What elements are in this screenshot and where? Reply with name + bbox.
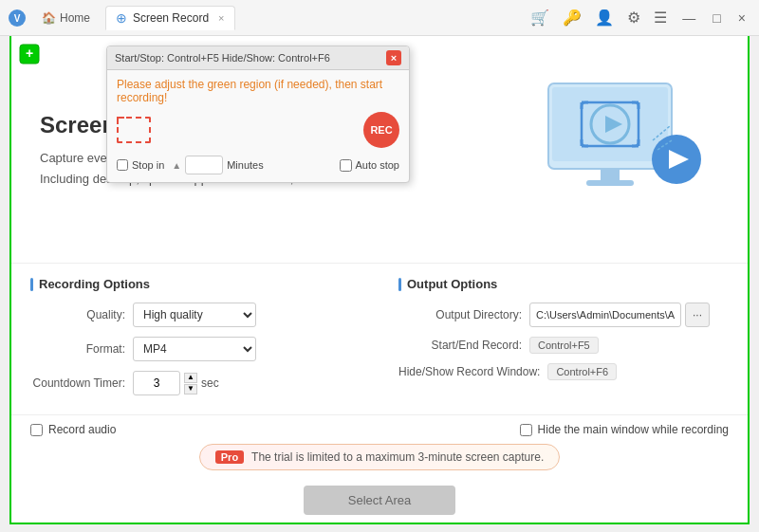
countdown-down-button[interactable]: ▼ xyxy=(184,384,197,394)
output-dir-group: ··· xyxy=(529,303,710,327)
screen-record-tab-icon: ⊕ xyxy=(116,10,127,26)
home-icon: 🏠 xyxy=(42,11,56,25)
cart-icon[interactable]: 🛒 xyxy=(527,7,553,28)
countdown-up-button[interactable]: ▲ xyxy=(184,373,197,383)
popup-title: Start/Stop: Control+F5 Hide/Show: Contro… xyxy=(115,52,330,64)
popup-hint: Please adjust the green region (if neede… xyxy=(117,78,399,104)
region-selector: REC xyxy=(117,112,399,148)
title-bar: V 🏠 Home ⊕ Screen Record × 🛒 🔑 👤 ⚙ ☰ — □… xyxy=(0,0,759,36)
quality-select[interactable]: High quality Medium quality Low quality xyxy=(133,303,256,327)
start-end-label: Start/End Record: xyxy=(398,339,522,352)
stop-in-input[interactable] xyxy=(117,159,128,171)
output-dir-row: Output Directory: ··· xyxy=(398,303,729,327)
main-content: + Start/Stop: Control+F5 Hide/Show: Cont… xyxy=(9,36,750,524)
svg-text:V: V xyxy=(14,13,21,24)
select-area-button[interactable]: Select Area xyxy=(304,486,455,515)
title-bar-left: V 🏠 Home ⊕ Screen Record × xyxy=(8,6,527,30)
add-region-icon[interactable]: + xyxy=(19,44,40,64)
options-section: Recording Options Quality: High quality … xyxy=(11,263,748,414)
auto-stop-input[interactable] xyxy=(340,159,352,172)
heading-bar xyxy=(30,278,33,291)
popup-close-button[interactable]: × xyxy=(386,50,401,65)
hide-show-label: Hide/Show Record Window: xyxy=(398,365,540,378)
active-tab-label: Screen Record xyxy=(133,11,209,25)
start-end-shortcut: Control+F5 xyxy=(529,337,599,354)
pro-banner: Pro The trial is limited to a maximum 3-… xyxy=(199,444,560,470)
pro-message: The trial is limited to a maximum 3-minu… xyxy=(251,450,544,464)
minutes-input[interactable] xyxy=(185,156,223,174)
hide-main-label: Hide the main window while recording xyxy=(538,423,729,436)
format-label: Format: xyxy=(30,342,125,356)
recording-options-col: Recording Options Quality: High quality … xyxy=(30,277,361,405)
record-audio-input[interactable] xyxy=(30,424,43,436)
close-button[interactable]: × xyxy=(732,9,751,28)
svg-rect-9 xyxy=(586,180,634,186)
hero-illustration xyxy=(529,74,719,226)
output-dir-input[interactable] xyxy=(529,303,681,327)
countdown-spinners: ▲ ▼ xyxy=(184,373,197,394)
popup-body: Please adjust the green region (if neede… xyxy=(107,70,409,182)
quality-label: Quality: xyxy=(30,308,125,321)
output-options-col: Output Options Output Directory: ··· Sta… xyxy=(398,277,729,405)
format-row: Format: MP4 AVI MOV xyxy=(30,337,361,361)
home-tab[interactable]: 🏠 Home xyxy=(32,8,100,28)
svg-text:+: + xyxy=(26,46,33,61)
rec-button[interactable]: REC xyxy=(363,112,399,148)
menu-icon[interactable]: ☰ xyxy=(650,7,671,28)
options-row: Recording Options Quality: High quality … xyxy=(30,277,729,405)
stop-in-checkbox[interactable]: Stop in xyxy=(117,159,164,171)
hide-main-checkbox[interactable]: Hide the main window while recording xyxy=(520,423,729,436)
countdown-label: Countdown Timer: xyxy=(30,376,125,390)
app-icon: V xyxy=(8,9,27,28)
countdown-group: ▲ ▼ sec xyxy=(133,371,219,395)
minimize-button[interactable]: — xyxy=(676,9,701,28)
minutes-up-icon: ▲ xyxy=(172,160,181,171)
svg-rect-8 xyxy=(601,169,620,180)
active-tab[interactable]: ⊕ Screen Record × xyxy=(105,6,234,30)
recording-options-heading: Recording Options xyxy=(30,277,361,291)
tab-close-button[interactable]: × xyxy=(218,12,224,24)
record-popup: Start/Stop: Control+F5 Hide/Show: Contro… xyxy=(106,46,410,183)
hide-show-row: Hide/Show Record Window: Control+F6 xyxy=(398,363,729,380)
quality-row: Quality: High quality Medium quality Low… xyxy=(30,303,361,327)
record-audio-checkbox[interactable]: Record audio xyxy=(30,423,116,436)
checkbox-row: Record audio Hide the main window while … xyxy=(30,423,729,436)
output-dir-label: Output Directory: xyxy=(398,308,522,321)
minutes-label: Minutes xyxy=(227,159,264,171)
bottom-bar: Record audio Hide the main window while … xyxy=(11,414,748,523)
popup-controls: Stop in ▲ Minutes Auto stop xyxy=(117,156,399,174)
countdown-row: Countdown Timer: ▲ ▼ sec xyxy=(30,371,361,395)
home-label: Home xyxy=(60,11,90,25)
output-options-heading: Output Options xyxy=(398,277,729,291)
format-select[interactable]: MP4 AVI MOV xyxy=(133,337,256,361)
auto-stop-checkbox[interactable]: Auto stop xyxy=(340,159,399,172)
hide-main-input[interactable] xyxy=(520,424,532,436)
minutes-control: ▲ Minutes xyxy=(172,156,263,174)
start-end-row: Start/End Record: Control+F5 xyxy=(398,337,729,354)
key-icon[interactable]: 🔑 xyxy=(559,7,585,28)
user-icon[interactable]: 👤 xyxy=(591,7,618,28)
hero-area: + Start/Stop: Control+F5 Hide/Show: Cont… xyxy=(11,36,748,263)
output-heading-bar xyxy=(398,278,401,291)
countdown-input[interactable] xyxy=(133,371,180,395)
pro-badge: Pro xyxy=(215,450,244,464)
settings-icon[interactable]: ⚙ xyxy=(623,7,644,28)
sec-label: sec xyxy=(201,376,219,390)
record-audio-label: Record audio xyxy=(48,423,116,436)
title-bar-right: 🛒 🔑 👤 ⚙ ☰ — □ × xyxy=(527,7,751,28)
popup-titlebar: Start/Stop: Control+F5 Hide/Show: Contro… xyxy=(107,46,409,70)
hide-show-shortcut: Control+F6 xyxy=(547,363,617,380)
maximize-button[interactable]: □ xyxy=(707,9,726,28)
region-box[interactable] xyxy=(117,117,151,143)
browse-button[interactable]: ··· xyxy=(685,303,710,327)
